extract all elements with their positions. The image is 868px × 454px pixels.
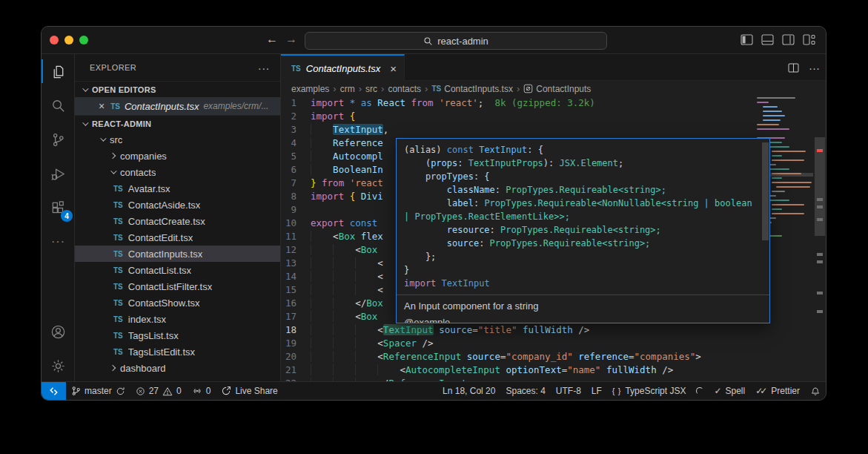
status-notifications[interactable] xyxy=(805,382,826,400)
status-eol[interactable]: LF xyxy=(586,382,607,400)
line-number: 3 xyxy=(281,123,311,136)
indent-guide xyxy=(355,338,377,349)
editor-more-actions-icon[interactable]: ··· xyxy=(809,62,820,74)
close-editor-icon[interactable]: × xyxy=(99,100,105,112)
sidebar-title: EXPLORER xyxy=(90,63,136,72)
activity-item-settings[interactable] xyxy=(42,349,75,383)
indent-guide xyxy=(333,271,355,282)
status-ports[interactable]: 0 xyxy=(187,382,216,400)
navigate-forward-button[interactable]: → xyxy=(285,33,297,46)
tree-item-contactshow-tsx[interactable]: TSContactShow.tsx xyxy=(75,295,280,311)
activity-item-source-control[interactable] xyxy=(42,122,75,157)
code-line-18: 18 <TextInput source="title" fullWidth /… xyxy=(281,323,770,337)
line-number: 11 xyxy=(281,230,311,243)
tree-item-contactinputs-tsx[interactable]: TSContactInputs.tsx xyxy=(75,246,280,262)
hover-code-line: propTypes: { xyxy=(404,170,762,183)
tree-item-contactcreate-tsx[interactable]: TSContactCreate.tsx xyxy=(75,213,280,229)
toggle-secondary-sidebar-icon[interactable] xyxy=(782,34,795,45)
activity-item-run-debug[interactable] xyxy=(42,157,75,191)
status-live-share[interactable]: Live Share xyxy=(216,382,282,400)
project-root-header[interactable]: REACT-ADMIN xyxy=(75,115,280,131)
explorer-sidebar: EXPLORER ··· OPEN EDITORS × TS ContactIn… xyxy=(75,54,281,383)
radio-icon xyxy=(192,386,202,396)
tree-item-contactlist-tsx[interactable]: TSContactList.tsx xyxy=(75,262,280,278)
line-number: 1 xyxy=(281,96,311,110)
explorer-more-actions-icon[interactable]: ··· xyxy=(258,62,270,74)
activity-item-extensions[interactable]: 4 xyxy=(42,191,75,225)
line-number: 12 xyxy=(281,243,311,257)
status-language-mode-text: TypeScript JSX xyxy=(625,386,686,396)
status-cursor-position-text: Ln 18, Col 20 xyxy=(443,386,495,396)
minimize-window-button[interactable] xyxy=(64,36,73,45)
indent-guide xyxy=(311,244,333,255)
account-icon xyxy=(50,323,67,340)
breadcrumb-label: contacts xyxy=(388,84,421,94)
tree-item-contactaside-tsx[interactable]: TSContactAside.tsx xyxy=(75,197,280,213)
status-cursor-position[interactable]: Ln 18, Col 20 xyxy=(437,382,500,400)
check-icon: ✓ xyxy=(714,386,721,396)
breadcrumb-item[interactable]: examples xyxy=(291,84,329,94)
toggle-sidebar-icon[interactable] xyxy=(741,34,753,45)
file-tree: srccompaniescontactsTSAvatar.tsxTSContac… xyxy=(75,131,280,376)
tree-item-label: ContactAside.tsx xyxy=(128,200,201,211)
breadcrumb-item[interactable]: src xyxy=(365,84,377,94)
hover-code-line: (props: TextInputProps): JSX.Element; xyxy=(404,157,762,170)
tree-item-contactlistfilter-tsx[interactable]: TSContactListFilter.tsx xyxy=(75,278,280,295)
tree-item-tagslist-tsx[interactable]: TSTagsList.tsx xyxy=(75,327,280,343)
command-center-search[interactable]: react-admin xyxy=(305,32,607,50)
status-spinner[interactable] xyxy=(691,382,709,400)
branch-icon xyxy=(71,386,81,396)
activity-item-explorer[interactable] xyxy=(42,54,75,88)
code-line-1: 1import * as React from 'react'; 8k (gzi… xyxy=(281,96,770,110)
breadcrumb-item[interactable]: TSContactInputs.tsx xyxy=(431,84,513,94)
status-problems-text: 27 xyxy=(149,386,159,396)
status-encoding[interactable]: UTF-8 xyxy=(551,382,586,400)
tree-item-label: ContactInputs.tsx xyxy=(128,249,202,260)
toggle-panel-icon[interactable] xyxy=(761,34,774,45)
status-right: Ln 18, Col 20Spaces: 4UTF-8LF{ }TypeScri… xyxy=(437,382,826,400)
status-encoding-text: UTF-8 xyxy=(556,386,581,396)
breadcrumb-label: examples xyxy=(291,84,329,94)
zoom-window-button[interactable] xyxy=(79,36,88,45)
tree-item-avatar-tsx[interactable]: TSAvatar.tsx xyxy=(75,180,280,197)
tree-item-src[interactable]: src xyxy=(75,131,280,148)
breadcrumb-item[interactable]: ContactInputs xyxy=(523,84,591,94)
tree-item-dashboard[interactable]: dashboard xyxy=(75,360,280,376)
open-editor-item[interactable]: × TS ContactInputs.tsx examples/crm/... xyxy=(75,97,280,115)
status-spell[interactable]: ✓Spell xyxy=(709,382,750,400)
tree-item-tagslistedit-tsx[interactable]: TSTagsListEdit.tsx xyxy=(75,343,280,360)
split-editor-icon[interactable] xyxy=(788,63,799,73)
tree-item-companies[interactable]: companies xyxy=(75,148,280,164)
status-prettier[interactable]: ✓✓Prettier xyxy=(750,382,805,400)
status-branch[interactable]: master xyxy=(66,382,130,400)
hover-scrollbar[interactable] xyxy=(762,142,769,240)
status-bar: master2700Live Share Ln 18, Col 20Spaces… xyxy=(42,381,826,400)
activity-item-more[interactable]: ··· xyxy=(42,225,75,259)
navigate-back-button[interactable]: ← xyxy=(266,33,278,46)
breadcrumb-item[interactable]: contacts xyxy=(388,84,421,94)
breadcrumb-label: crm xyxy=(340,84,355,94)
chevron-right-icon xyxy=(110,153,116,159)
overview-ruler-mark xyxy=(817,218,823,221)
tree-item-contacts[interactable]: contacts xyxy=(75,164,280,180)
status-language-mode[interactable]: { }TypeScript JSX xyxy=(607,382,692,400)
breadcrumb-item[interactable]: crm xyxy=(340,84,355,94)
activity-item-accounts[interactable] xyxy=(42,315,75,349)
status-problems[interactable]: 270 xyxy=(130,382,187,400)
code-line-3: 3 TextInput, xyxy=(281,123,770,136)
status-indentation[interactable]: Spaces: 4 xyxy=(500,382,550,400)
open-editors-header[interactable]: OPEN EDITORS xyxy=(75,81,280,97)
indent-guide xyxy=(311,324,333,335)
breadcrumb-separator: › xyxy=(381,83,384,94)
tab-contactinputs[interactable]: TS ContactInputs.tsx × xyxy=(281,54,405,81)
editor-scrollbar[interactable] xyxy=(813,96,826,383)
tree-item-contactedit-tsx[interactable]: TSContactEdit.tsx xyxy=(75,229,280,246)
tab-close-icon[interactable]: × xyxy=(390,62,397,75)
status-remote[interactable] xyxy=(42,382,66,400)
close-window-button[interactable] xyxy=(50,36,59,45)
debug-icon xyxy=(50,165,67,182)
tree-item-label: src xyxy=(110,134,122,145)
customize-layout-icon[interactable] xyxy=(803,34,815,45)
activity-item-search[interactable] xyxy=(42,88,75,122)
tree-item-index-tsx[interactable]: TSindex.tsx xyxy=(75,311,280,327)
